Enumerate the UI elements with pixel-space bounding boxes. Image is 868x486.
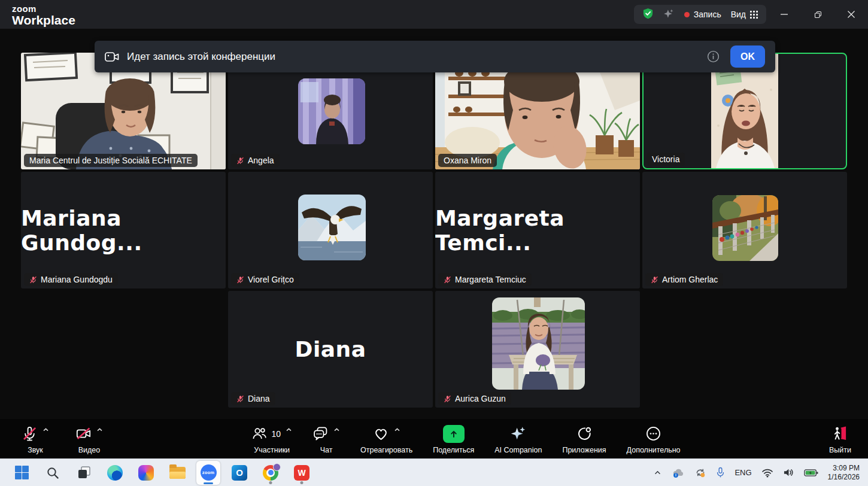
- share-screen-button[interactable]: Поделиться: [433, 424, 474, 454]
- svg-text:i: i: [676, 473, 677, 477]
- ai-companion-icon: [509, 426, 527, 442]
- onedrive-icon[interactable]: i: [672, 467, 685, 478]
- muted-mic-icon: [236, 395, 244, 403]
- restore-button[interactable]: [801, 0, 834, 29]
- tile-mariana[interactable]: Mariana Gundog... Mariana Gundogdu: [21, 172, 226, 288]
- more-options-icon: [645, 426, 661, 442]
- participant-display-name: Margareta Temci...: [435, 172, 640, 288]
- participants-count: 10: [271, 429, 281, 439]
- recording-banner-text: Идет запись этой конференции: [127, 51, 275, 63]
- zoom-app-icon[interactable]: zoom: [196, 461, 220, 485]
- zoom-active-indicator: [204, 482, 213, 484]
- edge-browser-icon[interactable]: [103, 461, 127, 485]
- muted-mic-icon: [236, 276, 244, 284]
- muted-mic-icon: [236, 157, 244, 165]
- leave-meeting-icon: [831, 426, 848, 442]
- meeting-status-pill: Запись Вид: [634, 5, 766, 24]
- ai-companion-status-icon[interactable]: [663, 8, 675, 22]
- participants-icon: [251, 426, 268, 442]
- muted-mic-icon: [444, 276, 451, 284]
- participant-name-label: Artiom Gherlac: [645, 273, 723, 286]
- muted-mic-icon: [651, 276, 658, 284]
- start-button[interactable]: [10, 461, 34, 485]
- banner-ok-button[interactable]: OK: [730, 45, 765, 68]
- clock[interactable]: 3:09 PM 1/16/2026: [828, 464, 860, 482]
- tray-date-text: 1/16/2026: [828, 473, 860, 482]
- angela-mini-video: [298, 78, 365, 144]
- video-options-chevron[interactable]: [96, 427, 103, 432]
- tile-viorel[interactable]: Viorel Grițco: [228, 172, 433, 288]
- participant-name-label: Mariana Gundogdu: [24, 273, 118, 286]
- chrome-icon[interactable]: [259, 461, 283, 485]
- windows-taskbar: zoom O W i ENG 3:09: [0, 458, 868, 486]
- more-button[interactable]: Дополнительно: [627, 424, 681, 454]
- tile-artiom[interactable]: Artiom Gherlac: [642, 172, 847, 288]
- copilot-icon[interactable]: [134, 461, 158, 485]
- apps-button[interactable]: Приложения: [562, 424, 606, 454]
- aurica-avatar: [492, 297, 585, 390]
- react-options-chevron[interactable]: [394, 427, 400, 432]
- tray-time-text: 3:09 PM: [828, 464, 860, 473]
- camera-muted-icon: [75, 426, 92, 442]
- outlook-icon[interactable]: O: [227, 461, 251, 485]
- participant-display-name: Diana: [228, 291, 433, 408]
- meeting-toolbar: Звук Видео 10 Участники: [0, 419, 868, 458]
- wps-office-icon[interactable]: W: [290, 461, 314, 485]
- video-button[interactable]: Видео: [75, 424, 103, 454]
- volume-icon[interactable]: [783, 467, 794, 478]
- chrome-profile-avatar: [273, 463, 281, 471]
- muted-mic-icon: [444, 395, 451, 403]
- participant-gallery: Идет запись этой конференции OK: [0, 29, 868, 419]
- system-tray: i ENG 3:09 PM 1/16/2026: [653, 464, 860, 482]
- leave-meeting-button[interactable]: Выйти: [829, 424, 851, 454]
- recording-indicator[interactable]: Запись: [684, 10, 721, 19]
- ai-companion-button[interactable]: AI Companion: [494, 424, 542, 454]
- participant-name-label: Viorel Grițco: [231, 273, 299, 286]
- react-button[interactable]: Отреагировать: [360, 424, 412, 454]
- share-screen-icon: [443, 425, 465, 443]
- chrome-running-indicator: [269, 481, 272, 484]
- recording-label: Запись: [694, 10, 721, 19]
- audio-options-chevron[interactable]: [43, 427, 49, 432]
- search-icon[interactable]: [41, 461, 65, 485]
- participant-name-label: Angela: [231, 154, 280, 167]
- recording-banner: Идет запись этой конференции OK: [95, 41, 775, 72]
- artiom-avatar: [712, 195, 778, 261]
- info-icon[interactable]: [707, 50, 720, 63]
- language-indicator[interactable]: ENG: [735, 468, 751, 477]
- tile-margareta[interactable]: Margareta Temci... Margareta Temciuc: [435, 172, 640, 288]
- participant-name-label: Aurica Guzun: [438, 392, 511, 405]
- microphone-active-icon[interactable]: [716, 467, 725, 478]
- participant-name-label: Margareta Temciuc: [438, 273, 532, 286]
- participant-display-name: Mariana Gundog...: [21, 172, 226, 288]
- participants-options-chevron[interactable]: [286, 427, 292, 432]
- window-controls: [767, 0, 868, 29]
- wifi-icon[interactable]: [761, 468, 773, 478]
- close-button[interactable]: [834, 0, 868, 29]
- heart-react-icon: [373, 426, 389, 442]
- view-button[interactable]: Вид: [731, 10, 758, 19]
- participant-name-label: Maria Centrul de Justiție Socială ECHITA…: [24, 154, 198, 167]
- participant-name-label: Oxana Miron: [438, 154, 497, 167]
- chat-options-chevron[interactable]: [333, 427, 340, 432]
- tile-aurica[interactable]: Aurica Guzun: [435, 291, 640, 408]
- zoom-workplace-window: zoom Workplace Запись Вид: [0, 0, 868, 486]
- participant-name-label: Diana: [231, 392, 275, 405]
- tile-diana[interactable]: Diana Diana: [228, 291, 433, 408]
- logo-workplace-text: Workplace: [12, 14, 75, 26]
- security-shield-icon[interactable]: [642, 8, 654, 22]
- sync-status-icon[interactable]: [694, 467, 706, 478]
- battery-charging-icon[interactable]: [804, 469, 818, 477]
- audio-button[interactable]: Звук: [22, 424, 49, 454]
- file-explorer-icon[interactable]: [165, 461, 189, 485]
- zoom-workplace-logo: zoom Workplace: [12, 4, 75, 26]
- minimize-button[interactable]: [767, 0, 801, 29]
- tray-expand-chevron-icon[interactable]: [653, 469, 662, 477]
- chat-icon: [312, 426, 329, 442]
- task-view-icon[interactable]: [72, 461, 96, 485]
- participants-button[interactable]: 10 Участники: [251, 424, 292, 454]
- recording-camera-icon: [105, 51, 119, 63]
- chat-button[interactable]: Чат: [312, 424, 340, 454]
- view-label: Вид: [731, 10, 746, 19]
- logo-zoom-text: zoom: [12, 4, 75, 13]
